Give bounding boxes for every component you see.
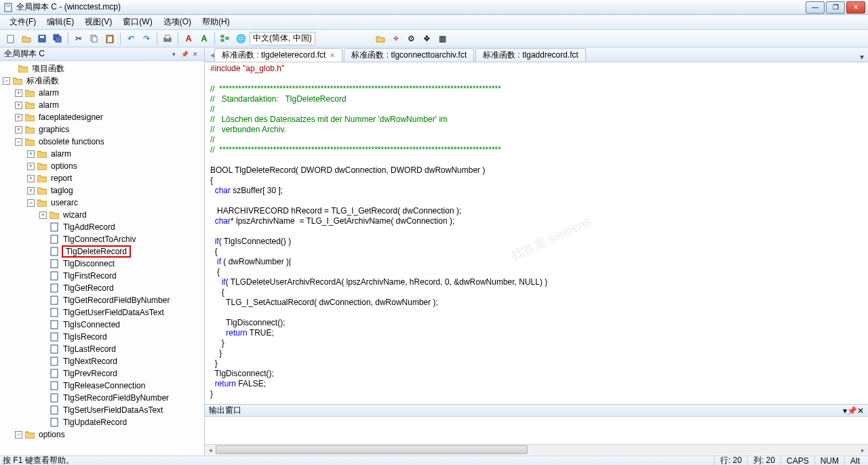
- tree-fn-setfield[interactable]: TlgSetRecordFieldByNumber: [0, 392, 204, 404]
- status-caps: CAPS: [781, 456, 814, 466]
- tree-obs-report[interactable]: +report: [0, 172, 204, 184]
- function-icon: [49, 405, 60, 415]
- svg-rect-22: [51, 284, 58, 292]
- tool-saveall-icon[interactable]: [51, 32, 64, 45]
- tree-view[interactable]: 项目函数 −标准函数 +alarm +alarm +faceplatedesig…: [0, 61, 204, 456]
- tool-copy-icon[interactable]: [87, 32, 101, 45]
- svg-rect-29: [51, 369, 58, 378]
- svg-rect-33: [51, 418, 58, 426]
- tree-options[interactable]: −options: [0, 428, 204, 441]
- tree-obsolete-functions[interactable]: −obsolete functions: [0, 136, 204, 148]
- editor-area: ◂ 标准函数 : tlgdeleterecord.fct✕ 标准函数 : tlg…: [205, 47, 868, 456]
- scroll-left-icon[interactable]: ◂: [205, 445, 216, 455]
- tab-close-icon[interactable]: ✕: [330, 52, 335, 59]
- tool-open-icon[interactable]: [20, 32, 33, 45]
- tool-print-icon[interactable]: [161, 32, 174, 45]
- tree-fn-isconn[interactable]: TlgIsConnected: [0, 319, 204, 331]
- tree-fn-next[interactable]: TlgNextRecord: [0, 355, 204, 367]
- toolbar-sep: [178, 33, 178, 45]
- menu-window[interactable]: 窗口(W): [117, 15, 157, 29]
- function-icon: [49, 332, 60, 342]
- tree-faceplatedesigner[interactable]: +faceplatedesigner: [0, 111, 204, 123]
- tool-tree-icon[interactable]: [218, 32, 232, 45]
- scroll-right-icon[interactable]: ▸: [857, 445, 868, 455]
- tree-fn-get[interactable]: TlgGetRecord: [0, 282, 204, 294]
- function-icon: [49, 357, 60, 366]
- output-body[interactable]: [205, 417, 868, 444]
- minimize-button[interactable]: —: [806, 1, 825, 14]
- tree-standard-functions[interactable]: −标准函数: [0, 75, 204, 87]
- scroll-thumb[interactable]: [216, 445, 528, 454]
- code-editor[interactable]: #include "ap_glob.h" // ****************…: [205, 62, 868, 404]
- tree-fn-getfield[interactable]: TlgGetRecordFieldByNumber: [0, 294, 204, 306]
- tool-misc3-icon[interactable]: ❖: [420, 32, 434, 45]
- tool-misc1-icon[interactable]: ✧: [389, 32, 403, 45]
- tool-misc4-icon[interactable]: ▦: [436, 32, 450, 45]
- svg-rect-28: [51, 357, 58, 365]
- svg-rect-11: [108, 37, 112, 42]
- svg-rect-14: [221, 35, 224, 37]
- tree-obs-userarc[interactable]: −userarc: [0, 197, 204, 209]
- tab-dropdown-icon[interactable]: ▾: [860, 52, 864, 62]
- tree-fn-add[interactable]: TlgAddRecord: [0, 221, 204, 233]
- tree-alarm2[interactable]: +alarm: [0, 99, 204, 111]
- tool-new-icon[interactable]: [4, 32, 18, 45]
- tree-alarm[interactable]: +alarm: [0, 87, 204, 99]
- tree-fn-setuser[interactable]: TlgSetUserFieldDataAsText: [0, 404, 204, 416]
- tool-lang-b-icon[interactable]: A: [197, 32, 211, 45]
- menu-view[interactable]: 视图(V): [79, 15, 117, 29]
- maximize-button[interactable]: ❐: [826, 1, 845, 14]
- tab-addrecord[interactable]: 标准函数 : tlgaddrecord.fct: [475, 48, 586, 62]
- tree-fn-isrec[interactable]: TlgIsRecord: [0, 331, 204, 343]
- function-icon: [49, 393, 60, 403]
- tool-cut-icon[interactable]: ✂: [72, 32, 85, 45]
- side-pin-icon[interactable]: 📌: [180, 49, 189, 59]
- folder-icon: [24, 125, 35, 134]
- tree-obs-taglog[interactable]: +taglog: [0, 184, 204, 197]
- function-icon: [49, 271, 60, 281]
- tree-fn-release[interactable]: TlgReleaseConnection: [0, 380, 204, 392]
- tree-fn-delete[interactable]: TlgDeleteRecord: [0, 245, 204, 258]
- tree-graphics[interactable]: +graphics: [0, 123, 204, 136]
- menu-file[interactable]: 文件(F): [4, 15, 41, 29]
- menu-help[interactable]: 帮助(H): [197, 15, 235, 29]
- tab-connecttoarchiv[interactable]: 标准函数 : tlgconnecttoarchiv.fct: [344, 48, 474, 62]
- function-icon: [49, 283, 60, 293]
- side-close-icon[interactable]: ✕: [191, 49, 200, 59]
- output-hscroll[interactable]: ◂ ▸: [205, 444, 868, 455]
- menu-edit[interactable]: 编辑(E): [41, 15, 79, 29]
- tool-paste-icon[interactable]: [103, 32, 117, 45]
- tree-fn-prev[interactable]: TlgPrevRecord: [0, 367, 204, 380]
- tool-folder-icon[interactable]: [374, 32, 387, 45]
- tab-deleterecord[interactable]: 标准函数 : tlgdeleterecord.fct✕: [214, 48, 342, 62]
- tree-obs-alarm[interactable]: +alarm: [0, 148, 204, 160]
- toolbar: ✂ ↶ ↷ A A 🌐 中文(简体, 中国) ✧ ⚙ ❖ ▦: [0, 30, 868, 47]
- function-icon: [49, 344, 60, 354]
- tree-obs-options[interactable]: +options: [0, 160, 204, 172]
- tool-lang-a-icon[interactable]: A: [182, 32, 195, 45]
- tool-undo-icon[interactable]: ↶: [124, 32, 138, 45]
- tree-fn-getuser[interactable]: TlgGetUserFieldDataAsText: [0, 306, 204, 319]
- tool-misc2-icon[interactable]: ⚙: [405, 32, 418, 45]
- tool-globe-icon[interactable]: 🌐: [234, 32, 248, 45]
- tree-fn-update[interactable]: TlgUpdateRecord: [0, 416, 204, 428]
- tree-fn-first[interactable]: TlgFirstRecord: [0, 270, 204, 282]
- svg-rect-21: [51, 272, 58, 280]
- output-pin-icon[interactable]: 📌: [847, 406, 857, 416]
- tool-save-icon[interactable]: [35, 32, 49, 45]
- function-icon: [49, 259, 60, 268]
- tree-project-functions[interactable]: 项目函数: [0, 62, 204, 75]
- side-dropdown-icon[interactable]: ▾: [169, 49, 178, 59]
- close-button[interactable]: ✕: [846, 1, 865, 14]
- function-icon: [49, 296, 60, 305]
- svg-rect-5: [40, 36, 44, 38]
- menu-options[interactable]: 选项(O): [158, 15, 197, 29]
- language-selector[interactable]: 中文(简体, 中国): [250, 32, 315, 45]
- output-close-icon[interactable]: ✕: [857, 406, 864, 416]
- tree-wizard[interactable]: +wizard: [0, 209, 204, 221]
- svg-rect-16: [226, 37, 229, 39]
- tool-redo-icon[interactable]: ↷: [140, 32, 153, 45]
- tree-fn-conn[interactable]: TlgConnectToArchiv: [0, 233, 204, 245]
- tree-fn-disc[interactable]: TlgDisconnect: [0, 258, 204, 270]
- tree-fn-last[interactable]: TlgLastRecord: [0, 343, 204, 355]
